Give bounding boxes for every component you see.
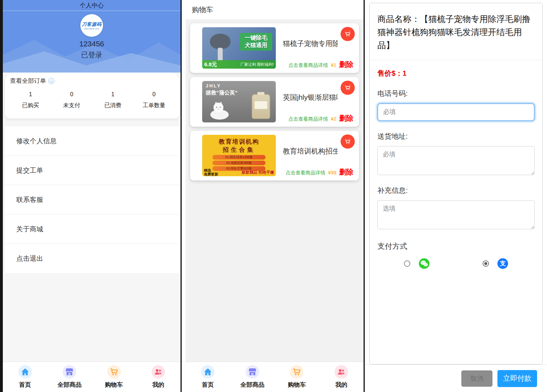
delete-button[interactable]: 删除 bbox=[339, 114, 353, 123]
image-title-text: 教育培训机构 bbox=[202, 135, 276, 146]
cancel-button[interactable]: 取消 bbox=[461, 370, 492, 387]
item-price: ¥99 bbox=[328, 170, 336, 175]
image-title-text: 招生合集 bbox=[202, 146, 276, 154]
cart-item-pet-brush[interactable]: 一键除毛 犬猫通用 6.8元 厂家让利 限时福利! 猫梳子宠物专用除浮... 点… bbox=[190, 23, 359, 73]
image-brand-text: JHLY bbox=[206, 83, 221, 88]
avatar[interactable]: 刀客源码 www.dkewl.com bbox=[80, 14, 103, 37]
order-form-panel: 商品名称：【猫梳子宠物专用除浮毛刷撸猫神器针梳狗狗猫咪毛发清理开结毛用品】 售价… bbox=[366, 0, 547, 392]
product-image: JHLY 拯救“蒲公英” bbox=[202, 81, 276, 122]
cart-item-cat-shampoo[interactable]: JHLY 拯救“蒲公英” 英国jhly银渐层猫咪沐... 点击查看商品详情 ¥2… bbox=[190, 77, 359, 127]
product-name: 商品名称：【猫梳子宠物专用除浮毛刷撸猫神器针梳狗狗猫咪毛发清理开结毛用品】 bbox=[377, 12, 535, 52]
bottle-graphic bbox=[252, 94, 270, 119]
divider bbox=[370, 60, 542, 60]
menu-item-submit-ticket[interactable]: 提交工单 bbox=[5, 156, 180, 185]
nav-item-mine[interactable]: 我的 bbox=[319, 362, 364, 392]
store-icon bbox=[246, 365, 259, 379]
image-price-text: 6.8元 bbox=[204, 61, 217, 68]
pay-now-button[interactable]: 立即付款 bbox=[497, 370, 537, 387]
username: 123456 bbox=[3, 40, 181, 48]
cart-item-education[interactable]: 教育培训机构 招生合集 01.招生话术1290套 02.地推拉新368套 03.… bbox=[190, 131, 359, 180]
user-icon bbox=[152, 365, 165, 379]
menu-item-edit-profile[interactable]: 修改个人信息 bbox=[5, 126, 180, 156]
nav-item-home[interactable]: 首页 bbox=[3, 362, 47, 392]
stat-value: 0 bbox=[51, 91, 92, 98]
home-icon bbox=[201, 365, 215, 379]
bottom-nav: 首页 全部商品 购物车 我的 bbox=[186, 362, 364, 392]
menu-item-logout[interactable]: 点击退出 bbox=[5, 244, 180, 273]
stat-purchased: 1 已购买 bbox=[10, 91, 51, 109]
nav-label: 购物车 bbox=[105, 381, 123, 389]
nav-label: 全部商品 bbox=[240, 381, 264, 389]
alipay-icon: 支 bbox=[497, 258, 508, 269]
cart-badge-icon[interactable] bbox=[341, 81, 355, 95]
cart-icon bbox=[107, 365, 121, 379]
personal-center-panel: 个人中心 刀客源码 www.dkewl.com 123456 已登录 查看全部订… bbox=[0, 0, 182, 392]
nav-item-mine[interactable]: 我的 bbox=[136, 362, 181, 392]
alipay-radio[interactable] bbox=[483, 260, 489, 267]
cart-page-title: 购物车 bbox=[186, 0, 364, 20]
stat-value: 1 bbox=[10, 91, 51, 98]
form-footer: 取消 立即付款 bbox=[366, 364, 547, 392]
nav-label: 我的 bbox=[152, 381, 164, 389]
address-label: 送货地址: bbox=[377, 132, 535, 141]
stat-label: 工单数量 bbox=[133, 102, 175, 109]
stat-label: 未支付 bbox=[51, 102, 92, 109]
view-all-orders-label: 查看全部订单 bbox=[10, 77, 46, 85]
image-bar-text: 01.招生话术1290套 bbox=[212, 155, 266, 160]
nav-item-all-products[interactable]: 全部商品 bbox=[230, 362, 275, 392]
image-foot-text: 免费更新 bbox=[204, 172, 218, 176]
phone-label: 电话号码: bbox=[377, 89, 535, 98]
cart-badge-icon[interactable] bbox=[341, 27, 355, 41]
bottom-nav: 首页 全部商品 购物车 我的 bbox=[3, 362, 181, 392]
nav-item-home[interactable]: 首页 bbox=[186, 362, 230, 392]
cart-panel: 购物车 一键除毛 犬猫通用 6.8元 厂家让利 限时福利! 猫梳子宠物专用除浮.… bbox=[186, 0, 365, 392]
nav-label: 购物车 bbox=[288, 381, 306, 389]
image-bar-text: 02.地推拉新368套 bbox=[212, 161, 266, 165]
menu-item-about-mall[interactable]: 关于商城 bbox=[5, 214, 180, 244]
payment-option-wechat[interactable] bbox=[377, 258, 456, 269]
nav-item-cart[interactable]: 购物车 bbox=[92, 362, 136, 392]
home-icon bbox=[18, 365, 32, 379]
stat-value: 0 bbox=[133, 91, 175, 98]
nav-item-cart[interactable]: 购物车 bbox=[275, 362, 319, 392]
avatar-logo-text: 刀客源码 bbox=[82, 21, 102, 28]
cart-icon bbox=[290, 365, 303, 379]
user-icon bbox=[335, 365, 348, 379]
product-title[interactable]: 英国jhly银渐层猫咪沐... bbox=[283, 93, 338, 102]
avatar-logo-url: www.dkewl.com bbox=[84, 28, 99, 30]
image-ad-text: 犬猫通用 bbox=[245, 42, 267, 48]
view-detail-link[interactable]: 点击查看商品详情 bbox=[288, 62, 328, 69]
stat-consumed: 1 已消费 bbox=[92, 91, 133, 109]
view-detail-link[interactable]: 点击查看商品详情 bbox=[288, 116, 328, 122]
product-title[interactable]: 猫梳子宠物专用除浮... bbox=[283, 39, 338, 48]
product-image: 一键除毛 犬猫通用 6.8元 厂家让利 限时福利! bbox=[202, 27, 276, 69]
image-headline-text: 拯救“蒲公英” bbox=[206, 90, 238, 96]
view-detail-link[interactable]: 点击查看商品详情 bbox=[286, 170, 325, 176]
stat-value: 1 bbox=[92, 91, 133, 98]
view-all-orders-link[interactable]: 查看全部订单 → bbox=[10, 77, 175, 85]
payment-options: 支 bbox=[377, 258, 535, 269]
image-strip-text: 厂家让利 限时福利! bbox=[240, 62, 274, 67]
menu-item-contact-support[interactable]: 联系客服 bbox=[5, 185, 180, 214]
delete-button[interactable]: 删除 bbox=[339, 167, 353, 177]
cart-list: 一键除毛 犬猫通用 6.8元 厂家让利 限时福利! 猫梳子宠物专用除浮... 点… bbox=[186, 20, 364, 188]
address-input[interactable] bbox=[377, 146, 535, 175]
stat-unpaid: 0 未支付 bbox=[51, 91, 92, 109]
phone-input[interactable] bbox=[377, 103, 535, 121]
order-form-card: 商品名称：【猫梳子宠物专用除浮毛刷撸猫神器针梳狗狗猫咪毛发清理开结毛用品】 售价… bbox=[369, 3, 543, 364]
store-icon bbox=[63, 365, 76, 379]
delete-button[interactable]: 删除 bbox=[339, 60, 353, 69]
personal-header: 个人中心 刀客源码 www.dkewl.com 123456 已登录 bbox=[3, 0, 181, 73]
extra-info-label: 补充信息: bbox=[377, 186, 535, 195]
payment-option-alipay[interactable]: 支 bbox=[456, 258, 535, 269]
nav-label: 首页 bbox=[202, 381, 214, 389]
nav-item-all-products[interactable]: 全部商品 bbox=[47, 362, 92, 392]
cart-badge-icon[interactable] bbox=[341, 134, 355, 149]
page-title: 个人中心 bbox=[3, 0, 181, 11]
wechat-pay-icon bbox=[419, 258, 429, 269]
product-title[interactable]: 教育培训机构招生方... bbox=[283, 146, 338, 156]
extra-info-input[interactable] bbox=[377, 200, 535, 229]
nav-label: 全部商品 bbox=[57, 381, 81, 389]
wechat-radio[interactable] bbox=[404, 260, 410, 267]
orders-stats-card: 查看全部订单 → 1 已购买 0 未支付 1 已消费 0 工单数量 bbox=[5, 73, 180, 119]
